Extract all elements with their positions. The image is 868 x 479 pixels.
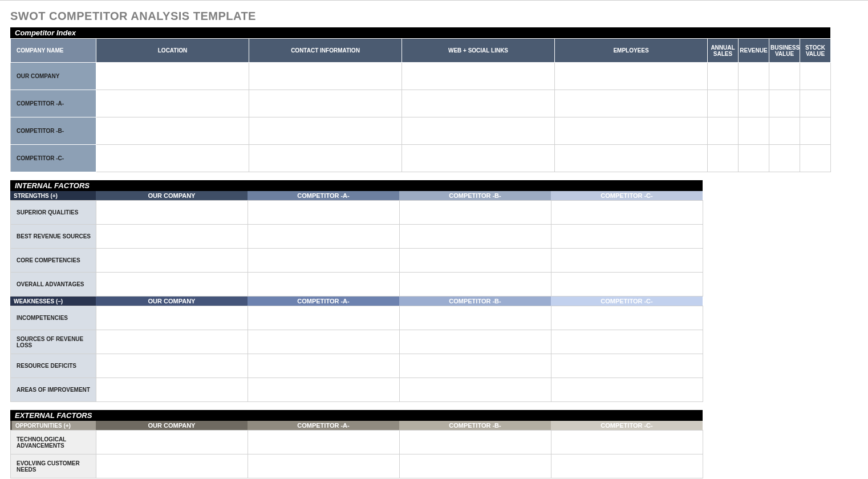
cell[interactable]: [400, 249, 551, 273]
cell[interactable]: [708, 117, 739, 145]
cell[interactable]: [708, 90, 739, 117]
cell[interactable]: [551, 330, 703, 354]
cell[interactable]: [555, 63, 708, 90]
cell[interactable]: [708, 63, 739, 90]
cell[interactable]: [402, 63, 555, 90]
cell[interactable]: [555, 145, 708, 172]
cell[interactable]: [248, 431, 400, 454]
col-competitor-c: COMPETITOR -C-: [551, 191, 703, 200]
cell[interactable]: [248, 330, 400, 354]
cell[interactable]: [249, 117, 402, 145]
strengths-table: SUPERIOR QUALITIES BEST REVENUE SOURCES …: [10, 200, 703, 297]
cell[interactable]: [96, 454, 248, 478]
cell[interactable]: [400, 378, 551, 402]
cell[interactable]: [400, 306, 551, 330]
cell[interactable]: [551, 306, 703, 330]
col-revenue: REVENUE: [739, 39, 769, 63]
page: SWOT COMPETITOR ANALYSIS TEMPLATE Compet…: [0, 1, 868, 478]
cell[interactable]: [249, 90, 402, 117]
weaknesses-table: INCOMPETENCIES SOURCES OF REVENUE LOSS R…: [10, 306, 703, 402]
cell[interactable]: [551, 354, 703, 378]
cell[interactable]: [96, 354, 248, 378]
cell[interactable]: [248, 273, 400, 297]
cell[interactable]: [708, 145, 739, 172]
col-contact: CONTACT INFORMATION: [249, 39, 402, 63]
cell[interactable]: [249, 63, 402, 90]
cell[interactable]: [400, 201, 551, 225]
cell[interactable]: [96, 378, 248, 402]
cell[interactable]: [96, 225, 248, 249]
cell[interactable]: [248, 201, 400, 225]
cell[interactable]: [551, 454, 703, 478]
cell[interactable]: [800, 90, 831, 117]
weaknesses-label: WEAKNESSES (–): [10, 297, 96, 306]
cell[interactable]: [555, 90, 708, 117]
cell[interactable]: [800, 63, 831, 90]
cell[interactable]: [248, 454, 400, 478]
cell[interactable]: [400, 225, 551, 249]
index-row-our-company: OUR COMPANY: [11, 63, 831, 90]
cell[interactable]: [551, 273, 703, 297]
cell[interactable]: [551, 431, 703, 454]
cell[interactable]: [555, 117, 708, 145]
col-competitor-a: COMPETITOR -A-: [248, 191, 399, 200]
cell[interactable]: [96, 63, 249, 90]
cell[interactable]: [400, 354, 551, 378]
cell[interactable]: [249, 145, 402, 172]
cell[interactable]: [800, 117, 831, 145]
competitor-index-section: Competitor Index COMPANY NAME LOCATION C…: [10, 27, 830, 172]
cell[interactable]: [769, 90, 800, 117]
cell[interactable]: [400, 431, 551, 454]
external-factors-heading: EXTERNAL FACTORS: [10, 410, 703, 421]
col-company-name: COMPANY NAME: [11, 39, 96, 63]
cell[interactable]: [402, 117, 555, 145]
strengths-label: STRENGTHS (+): [10, 191, 96, 200]
cell[interactable]: [551, 201, 703, 225]
cell[interactable]: [96, 90, 249, 117]
cell[interactable]: [400, 330, 551, 354]
index-row-competitor-b: COMPETITOR -B-: [11, 117, 831, 145]
cell[interactable]: [248, 354, 400, 378]
cell[interactable]: [739, 145, 769, 172]
cell[interactable]: [739, 90, 769, 117]
cell[interactable]: [551, 249, 703, 273]
cell[interactable]: [769, 145, 800, 172]
col-employees: EMPLOYEES: [555, 39, 708, 63]
cell[interactable]: [769, 117, 800, 145]
cell[interactable]: [769, 63, 800, 90]
cell[interactable]: [248, 225, 400, 249]
row-label: OVERALL ADVANTAGES: [11, 273, 96, 297]
cell[interactable]: [248, 249, 400, 273]
row-label: EVOLVING CUSTOMER NEEDS: [11, 454, 96, 478]
row-label: TECHNOLOGICAL ADVANCEMENTS: [11, 431, 96, 454]
cell[interactable]: [96, 145, 249, 172]
internal-factors-heading: INTERNAL FACTORS: [10, 180, 703, 191]
cell[interactable]: [402, 90, 555, 117]
index-row-competitor-a: COMPETITOR -A-: [11, 90, 831, 117]
cell[interactable]: [96, 273, 248, 297]
cell[interactable]: [400, 273, 551, 297]
opportunities-label: OPPORTUNITIES (+): [10, 421, 96, 430]
cell[interactable]: [96, 306, 248, 330]
col-competitor-b: COMPETITOR -B-: [399, 297, 551, 306]
cell[interactable]: [402, 145, 555, 172]
cell[interactable]: [739, 117, 769, 145]
cell[interactable]: [551, 225, 703, 249]
table-row: SOURCES OF REVENUE LOSS: [11, 330, 703, 354]
cell[interactable]: [551, 378, 703, 402]
cell[interactable]: [248, 378, 400, 402]
cell[interactable]: [96, 431, 248, 454]
cell[interactable]: [96, 330, 248, 354]
weaknesses-subheader: WEAKNESSES (–) OUR COMPANY COMPETITOR -A…: [10, 297, 703, 306]
cell[interactable]: [800, 145, 831, 172]
row-label: COMPETITOR -B-: [11, 117, 96, 145]
cell[interactable]: [96, 249, 248, 273]
cell[interactable]: [96, 201, 248, 225]
cell[interactable]: [400, 454, 551, 478]
cell[interactable]: [739, 63, 769, 90]
row-label: OUR COMPANY: [11, 63, 96, 90]
cell[interactable]: [96, 117, 249, 145]
cell[interactable]: [248, 306, 400, 330]
col-competitor-a: COMPETITOR -A-: [248, 297, 399, 306]
row-label: COMPETITOR -C-: [11, 145, 96, 172]
